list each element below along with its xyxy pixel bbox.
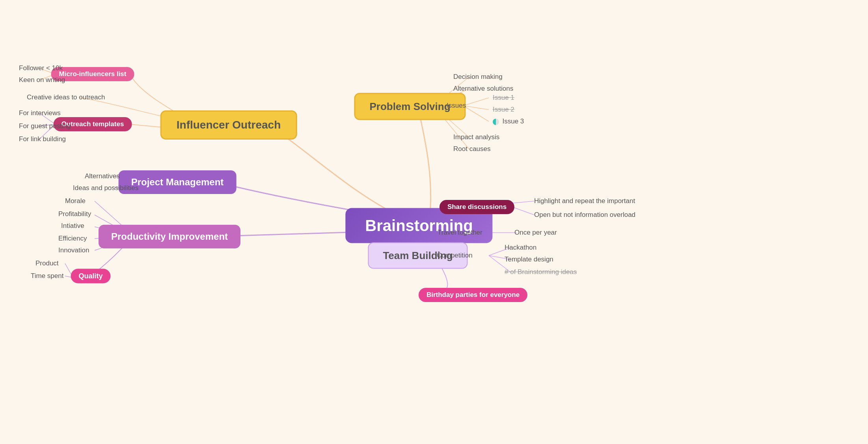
half-circle-icon	[493, 119, 499, 125]
issue1-label: Issue 1	[493, 94, 514, 102]
time-spent-label: Time spent	[31, 272, 63, 280]
influencer-outreach-node[interactable]: Influencer Outreach	[160, 110, 297, 140]
for-interviews-label: For interviews	[19, 109, 61, 117]
open-not-overload-label: Open but not information overload	[534, 211, 635, 219]
root-causes-label: Root causes	[453, 145, 491, 153]
for-link-label: For link building	[19, 135, 66, 143]
once-per-year-label: Once per year	[514, 229, 557, 237]
efficiency-label: Efficiency	[58, 235, 87, 243]
ideas-possibilities-label: Ideas and possibilities	[73, 184, 138, 192]
influencer-outreach-label: Influencer Outreach	[160, 110, 297, 140]
competition-label: Competition	[437, 252, 473, 259]
issue2-label: Issue 2	[493, 106, 514, 114]
initiative-label: Intiative	[61, 222, 84, 230]
quality-node[interactable]: Quality	[71, 269, 110, 284]
share-discussions-label: Share discussions	[440, 200, 514, 214]
birthday-parties-node[interactable]: Birthday parties for everyone	[419, 288, 527, 302]
productivity-improvement-node[interactable]: Productivity Improvement	[99, 225, 240, 248]
product-label: Product	[35, 259, 59, 267]
alternative-solutions-label: Alternative solutions	[453, 85, 513, 93]
productivity-improvement-label: Productivity Improvement	[99, 225, 240, 248]
keen-writing-label: Keen on writing	[19, 76, 65, 84]
follower-label: Follower < 10k	[19, 64, 63, 72]
for-guest-label: For guest posting	[19, 122, 71, 130]
impact-analysis-label: Impact analysis	[453, 133, 499, 141]
birthday-parties-label: Birthday parties for everyone	[419, 288, 527, 302]
quality-label: Quality	[71, 269, 110, 284]
alternatives-label: Alternatives	[85, 172, 120, 180]
issues-label: Issues	[447, 102, 466, 110]
num-brainstorming-label: # of Brainstorming ideas	[505, 268, 577, 276]
share-discussions-node[interactable]: Share discussions	[440, 200, 514, 214]
issue3-label: Issue 3	[493, 118, 524, 125]
profitability-label: Profitability	[58, 210, 91, 218]
creative-ideas-label: Creative ideas to outreach	[27, 93, 105, 101]
decision-making-label: Decision making	[453, 73, 503, 81]
highlight-repeat-label: Highlight and repeat the important	[534, 197, 635, 205]
template-design-label: Template design	[505, 256, 553, 263]
innovation-label: Innovation	[58, 246, 89, 254]
morale-label: Morale	[65, 197, 86, 205]
travel-together-label: Travel together	[438, 229, 482, 237]
hackathon-label: Hackathon	[505, 244, 536, 252]
